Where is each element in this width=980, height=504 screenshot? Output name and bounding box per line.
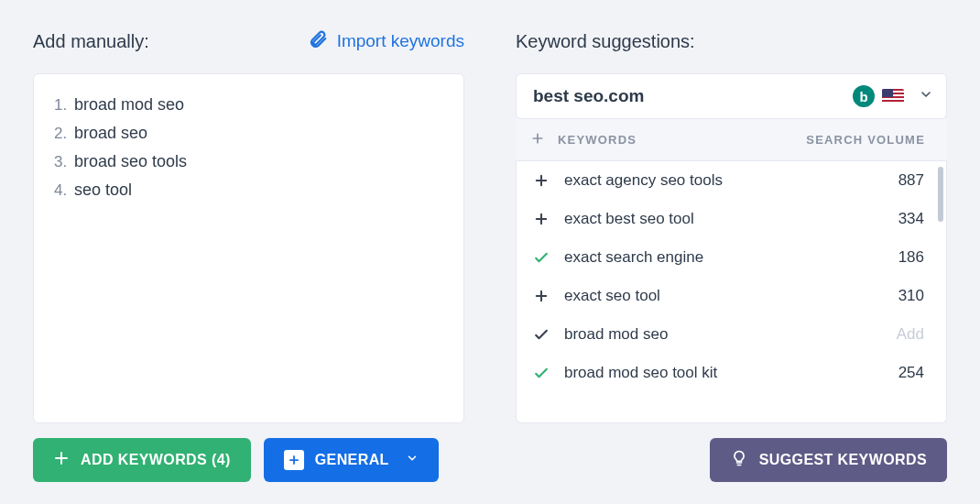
suggestion-row[interactable]: broad mod seoAdd (517, 315, 946, 354)
add-icon[interactable] (531, 288, 551, 304)
check-icon[interactable] (531, 325, 551, 344)
search-volume: 887 (898, 171, 924, 190)
list-index: 2. (54, 120, 74, 148)
suggestion-keyword: exact search engine (564, 248, 703, 267)
suggestions-title: Keyword suggestions: (516, 31, 695, 52)
left-header: Add manually: Import keywords (33, 26, 464, 57)
suggestion-row[interactable]: exact seo tool310 (517, 277, 946, 315)
volume-column-label: SEARCH VOLUME (806, 133, 925, 147)
list-index: 4. (54, 177, 74, 204)
manual-keyword-label: broad mod seo (74, 91, 184, 118)
suggestion-keyword: exact seo tool (564, 287, 660, 305)
manual-keyword-label: broad seo (74, 119, 147, 147)
scrollbar[interactable] (938, 167, 943, 222)
manual-keyword-label: seo tool (74, 176, 132, 203)
search-volume: 254 (898, 364, 924, 382)
search-volume: 186 (898, 248, 924, 267)
chevron-down-icon (406, 452, 419, 468)
suggestion-keyword: exact best seo tool (564, 210, 694, 228)
left-footer: ADD KEYWORDS (4) GENERAL (33, 438, 464, 482)
import-keywords-link[interactable]: Import keywords (308, 29, 464, 54)
suggestion-row[interactable]: exact best seo tool334 (517, 200, 946, 238)
manual-keyword-item[interactable]: 2.broad seo (54, 119, 443, 148)
suggestion-keyword: broad mod seo tool kit (564, 364, 717, 382)
suggestion-keyword: exact agency seo tools (564, 171, 723, 190)
chevron-down-icon[interactable] (919, 86, 933, 106)
add-placeholder[interactable]: Add (897, 325, 924, 344)
add-keywords-button[interactable]: ADD KEYWORDS (4) (33, 438, 251, 482)
keywords-column-label: KEYWORDS (558, 133, 637, 147)
lightbulb-icon (730, 449, 748, 471)
manual-keyword-item[interactable]: 1.broad mod seo (54, 91, 443, 119)
add-manually-column: Add manually: Import keywords 1.broad mo… (33, 26, 464, 482)
suggestions-list[interactable]: exact agency seo tools887exact best seo … (517, 161, 946, 422)
search-engine-icon[interactable]: b (853, 85, 875, 107)
manual-keywords-panel[interactable]: 1.broad mod seo2.broad seo3.broad seo to… (33, 73, 464, 423)
right-footer: SUGGEST KEYWORDS (516, 438, 947, 482)
suggest-keywords-button[interactable]: SUGGEST KEYWORDS (710, 438, 947, 482)
import-keywords-label: Import keywords (337, 31, 464, 51)
suggestion-row[interactable]: broad mod seo tool kit254 (517, 354, 946, 392)
country-flag-us-icon[interactable] (882, 89, 904, 104)
check-icon[interactable] (531, 248, 551, 267)
manual-keyword-label: broad seo tools (74, 148, 187, 175)
manual-keyword-list: 1.broad mod seo2.broad seo3.broad seo to… (54, 91, 443, 204)
suggestion-row[interactable]: exact search engine186 (517, 238, 946, 277)
list-index: 1. (54, 92, 74, 119)
group-select-button[interactable]: GENERAL (264, 438, 439, 482)
search-volume: 310 (898, 287, 924, 305)
domain-input[interactable]: best seo.com b (516, 73, 947, 119)
plus-icon (53, 450, 70, 471)
check-icon[interactable] (531, 364, 551, 382)
attachment-icon (308, 29, 328, 54)
add-icon[interactable] (531, 172, 551, 189)
suggestion-keyword: broad mod seo (564, 325, 668, 344)
suggestion-row[interactable]: exact agency seo tools887 (517, 161, 946, 200)
suggest-keywords-label: SUGGEST KEYWORDS (759, 452, 927, 468)
domain-value: best seo.com (533, 86, 644, 106)
manual-keyword-item[interactable]: 3.broad seo tools (54, 148, 443, 176)
add-all-icon[interactable] (530, 131, 545, 148)
group-select-label: GENERAL (315, 452, 389, 468)
search-volume: 334 (898, 210, 924, 228)
suggestions-table-header: KEYWORDS SEARCH VOLUME (516, 119, 947, 161)
suggestions-column: Keyword suggestions: best seo.com b KEYW… (516, 26, 947, 482)
add-manually-title: Add manually: (33, 31, 149, 52)
add-icon[interactable] (531, 211, 551, 227)
manual-keyword-item[interactable]: 4.seo tool (54, 176, 443, 204)
list-index: 3. (54, 148, 74, 176)
add-keywords-label: ADD KEYWORDS (4) (81, 452, 231, 468)
plus-box-icon (284, 450, 304, 470)
right-header: Keyword suggestions: (516, 26, 947, 57)
